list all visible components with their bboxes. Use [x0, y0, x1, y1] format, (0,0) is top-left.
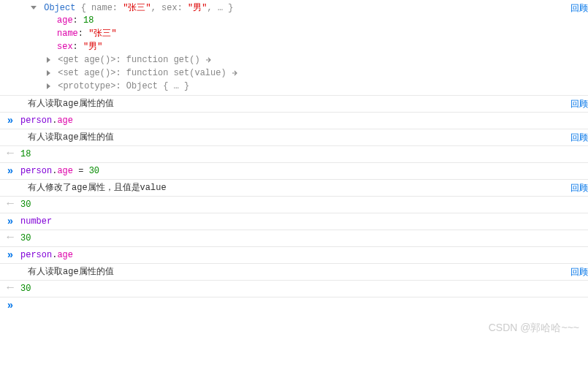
collapse-arrow-icon[interactable]	[31, 6, 37, 10]
jump-icon[interactable]	[205, 56, 213, 64]
output-arrow-icon: ←	[0, 232, 20, 243]
output-value: 30	[20, 233, 31, 243]
console-output-row: ← 30	[0, 281, 588, 297]
review-link[interactable]: 回顾	[570, 266, 588, 278]
output-value: 30	[20, 200, 31, 210]
proto-val: Object { … }	[126, 81, 189, 91]
input-identifier: number	[20, 216, 52, 227]
output-arrow-icon: ←	[0, 199, 20, 209]
console-input-row[interactable]: » person.age	[0, 113, 588, 129]
prop-val-name: "张三"	[88, 29, 116, 39]
proto-key: <prototype>	[58, 81, 115, 91]
jump-icon[interactable]	[232, 69, 239, 77]
input-val: 30	[89, 166, 99, 176]
input-prompt-icon: »	[0, 300, 20, 311]
prop-key-name: name	[57, 29, 78, 39]
prop-val-sex: "男"	[83, 42, 102, 52]
console-input-row[interactable]: » person.age	[0, 247, 588, 264]
object-content[interactable]: Object { name: "张三", sex: "男", … } age: …	[20, 2, 588, 93]
watermark: CSDN @郭哈哈~~~	[489, 322, 579, 335]
input-prompt-icon: »	[0, 249, 20, 261]
log-message: 有人读取age属性的值	[20, 98, 588, 110]
output-value: 18	[20, 149, 31, 159]
object-preview-row: Object { name: "张三", sex: "男", … } age: …	[0, 0, 588, 96]
input-prop: age	[57, 115, 73, 126]
log-message: 有人读取age属性的值	[20, 266, 588, 278]
prop-val-age: 18	[83, 15, 93, 26]
console-log-row: 有人读取age属性的值 回顾	[0, 96, 588, 113]
input-prop: age	[57, 250, 73, 260]
review-link[interactable]: 回顾	[570, 132, 588, 144]
review-link[interactable]: 回顾	[570, 98, 588, 110]
input-prompt-icon: »	[0, 165, 20, 177]
output-arrow-icon: ←	[0, 148, 20, 159]
expand-arrow-icon[interactable]	[47, 83, 50, 89]
expand-arrow-icon[interactable]	[47, 57, 50, 63]
log-message: 有人修改了age属性，且值是value	[20, 182, 588, 194]
getter-val: function get()	[126, 55, 200, 65]
expand-arrow-icon[interactable]	[47, 70, 50, 76]
setter-val: function set(value)	[126, 68, 226, 78]
input-object: person	[20, 166, 52, 176]
getter-key: <get age()>	[58, 55, 115, 65]
object-type-label: Object	[44, 3, 75, 13]
console-input-row[interactable]: » number	[0, 213, 588, 230]
console-log-row: 有人读取age属性的值 回顾	[0, 264, 588, 281]
console-log-row: 有人修改了age属性，且值是value 回顾	[0, 180, 588, 197]
input-object: person	[20, 250, 52, 260]
output-arrow-icon: ←	[0, 283, 20, 293]
prop-key-sex: sex	[57, 42, 73, 52]
console-output-row: ← 30	[0, 230, 588, 247]
log-message: 有人读取age属性的值	[20, 132, 588, 143]
input-prompt-icon: »	[0, 216, 20, 227]
console-output-row: ← 30	[0, 197, 588, 213]
input-prop: age	[57, 166, 73, 176]
console-input-row[interactable]: » person.age = 30	[0, 163, 588, 180]
object-properties: age: 18 name: "张三" sex: "男" <get age()>:…	[20, 14, 559, 93]
input-prompt-icon: »	[0, 115, 20, 126]
input-object: person	[20, 115, 52, 126]
console-output-row: ← 18	[0, 146, 588, 163]
output-value: 30	[20, 284, 31, 294]
console-log-row: 有人读取age属性的值 回顾	[0, 129, 588, 146]
review-link[interactable]: 回顾	[570, 2, 588, 15]
review-link[interactable]: 回顾	[570, 182, 588, 194]
setter-key: <set age()>	[58, 68, 115, 78]
prop-key-age: age	[57, 15, 73, 26]
